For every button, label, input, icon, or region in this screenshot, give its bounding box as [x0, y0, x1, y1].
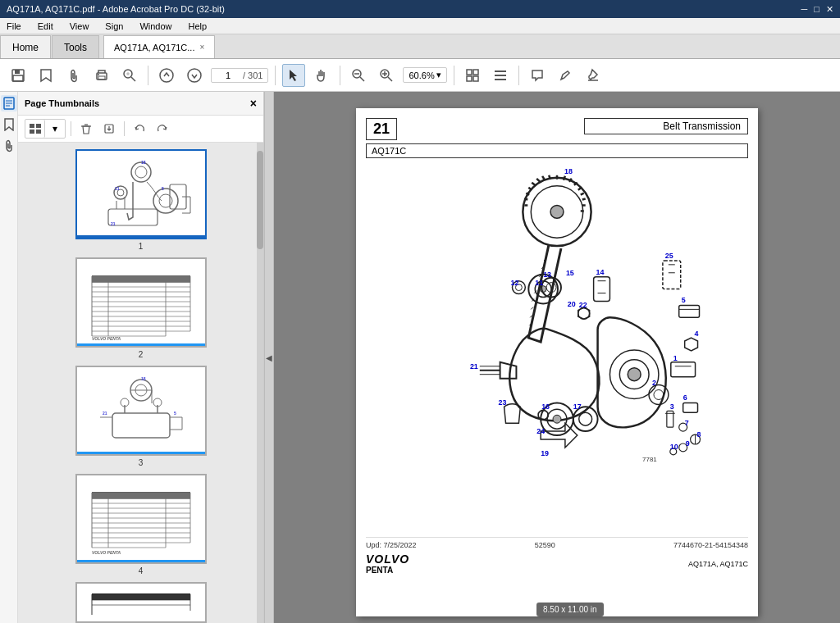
separator-3	[340, 66, 340, 85]
panel-delete-btn[interactable]	[76, 120, 96, 138]
hand-tool[interactable]	[310, 64, 333, 87]
svg-point-39	[131, 162, 151, 182]
thumbnail-frame-2[interactable]: VOLVO PENTA	[75, 257, 207, 348]
panel-view-toggle[interactable]: ▾	[25, 119, 66, 139]
menu-sign[interactable]: Sign	[102, 20, 126, 32]
thumbnail-item-1[interactable]: 18 11 5 21 1	[25, 149, 257, 251]
tab-home[interactable]: Home	[0, 35, 51, 58]
svg-text:23: 23	[499, 398, 507, 407]
svg-point-5	[98, 74, 99, 75]
svg-rect-20	[473, 70, 478, 75]
thumbnail-frame-3[interactable]: 18 21 5	[75, 366, 207, 456]
window-minimize[interactable]: ─	[801, 4, 808, 15]
highlighter-tool[interactable]	[582, 64, 605, 87]
menu-window[interactable]: Window	[136, 20, 175, 32]
svg-line-13	[360, 77, 364, 81]
page-number-input[interactable]	[217, 70, 240, 80]
footer-code2: 7744670-21-54154348	[673, 541, 748, 549]
menu-help[interactable]: Help	[185, 20, 211, 32]
panel-extract-btn[interactable]	[99, 120, 119, 138]
thumbnail-label-3: 3	[139, 458, 144, 467]
fit-page-button[interactable]	[461, 64, 484, 87]
svg-text:21: 21	[470, 362, 478, 371]
panel-thumbnail-view[interactable]	[25, 120, 45, 138]
svg-text:8: 8	[697, 430, 701, 439]
svg-text:16: 16	[541, 402, 550, 411]
window-close[interactable]: ✕	[826, 4, 833, 15]
menu-edit[interactable]: Edit	[34, 20, 57, 32]
panel-close-btn[interactable]: ×	[250, 97, 257, 110]
svg-text:21: 21	[103, 411, 107, 416]
svg-rect-2	[13, 75, 23, 81]
svg-line-16	[388, 77, 392, 81]
zoom-dropdown[interactable]: 60.6% ▾	[403, 67, 446, 83]
svg-line-115	[542, 176, 545, 180]
zoom-in-button[interactable]	[375, 64, 398, 87]
page-info-bar: 8.50 x 11.00 in	[536, 603, 604, 616]
sidebar-bookmarks-icon[interactable]	[1, 116, 17, 133]
view-options-button[interactable]	[489, 64, 512, 87]
thumbnail-item-3[interactable]: 18 21 5 3	[25, 366, 257, 467]
thumbnail-item-2[interactable]: VOLVO PENTA 2	[25, 257, 257, 359]
svg-line-109	[578, 188, 582, 190]
svg-line-111	[582, 199, 586, 200]
print-button[interactable]	[90, 64, 113, 87]
svg-point-164	[649, 385, 669, 405]
svg-rect-159	[679, 305, 700, 317]
svg-text:11: 11	[115, 186, 120, 191]
svg-point-40	[135, 166, 147, 178]
panel-redo-btn[interactable]	[153, 120, 172, 138]
page-size-label: 8.50 x 11.00 in	[543, 605, 597, 614]
panel-undo-btn[interactable]	[130, 120, 149, 138]
menu-file[interactable]: File	[3, 20, 25, 32]
comment-button[interactable]	[526, 64, 549, 87]
tab-tools[interactable]: Tools	[52, 35, 99, 58]
pdf-page-number: 21	[366, 118, 397, 140]
zoom-out-button[interactable]	[347, 64, 370, 87]
thumbnail-frame-4[interactable]: VOLVO PENTA	[75, 474, 207, 564]
nav-up-button[interactable]	[155, 64, 178, 87]
menu-bar: File Edit View Sign Window Help	[0, 18, 840, 34]
svg-text:VOLVO PENTA: VOLVO PENTA	[92, 550, 121, 555]
pen-tool[interactable]	[554, 64, 577, 87]
pdf-page-title: Belt Transmission	[584, 118, 748, 134]
thumbnail-item-4[interactable]: VOLVO PENTA 4	[25, 474, 257, 575]
svg-rect-162	[671, 362, 696, 377]
thumbnail-scrollbar-track[interactable]	[257, 143, 263, 623]
tab-close-btn[interactable]: ×	[199, 43, 204, 52]
thumbnail-scrollbar-thumb[interactable]	[257, 151, 263, 249]
window-maximize[interactable]: □	[814, 4, 819, 15]
thumbnail-frame-1[interactable]: 18 11 5 21	[75, 149, 207, 239]
thumbnail-label-1: 1	[139, 242, 144, 251]
tab-document[interactable]: AQ171A, AQ171C... ×	[103, 35, 215, 58]
sidebar-attachments-icon[interactable]	[1, 138, 17, 154]
svg-text:18: 18	[141, 160, 146, 165]
menu-view[interactable]: View	[66, 20, 93, 32]
panel-view-chevron[interactable]: ▾	[45, 120, 65, 138]
select-tool[interactable]	[282, 64, 305, 87]
svg-text:2: 2	[652, 379, 656, 387]
attach-button[interactable]	[62, 64, 85, 87]
svg-line-110	[581, 193, 584, 195]
svg-text:13: 13	[543, 271, 551, 279]
find-button[interactable]	[118, 64, 141, 87]
sidebar-thumbnails-icon[interactable]	[1, 95, 17, 111]
pdf-page-header: 21 Belt Transmission	[366, 118, 748, 140]
save-button[interactable]	[7, 64, 30, 87]
panel-collapse-handle[interactable]: ◀	[264, 92, 274, 623]
svg-line-120	[524, 199, 527, 200]
svg-text:3: 3	[670, 402, 674, 411]
svg-rect-1	[15, 70, 20, 74]
svg-text:10: 10	[670, 443, 678, 451]
thumbnail-frame-5[interactable]	[75, 582, 207, 623]
thumbnail-item-5[interactable]	[25, 582, 257, 623]
svg-text:4: 4	[695, 330, 699, 338]
zoom-chevron: ▾	[436, 70, 441, 80]
zoom-value: 60.6%	[409, 70, 434, 80]
title-bar: AQ171A, AQ171C.pdf - Adobe Acrobat Pro D…	[0, 0, 840, 18]
parts-diagram: 18 11 12 13 15 14 22 20 21 23 24 16 17 1…	[366, 161, 748, 530]
nav-down-button[interactable]	[183, 64, 206, 87]
bookmark-button[interactable]	[34, 64, 57, 87]
svg-rect-68	[92, 276, 190, 282]
pdf-model-box: AQ171C	[366, 143, 748, 158]
